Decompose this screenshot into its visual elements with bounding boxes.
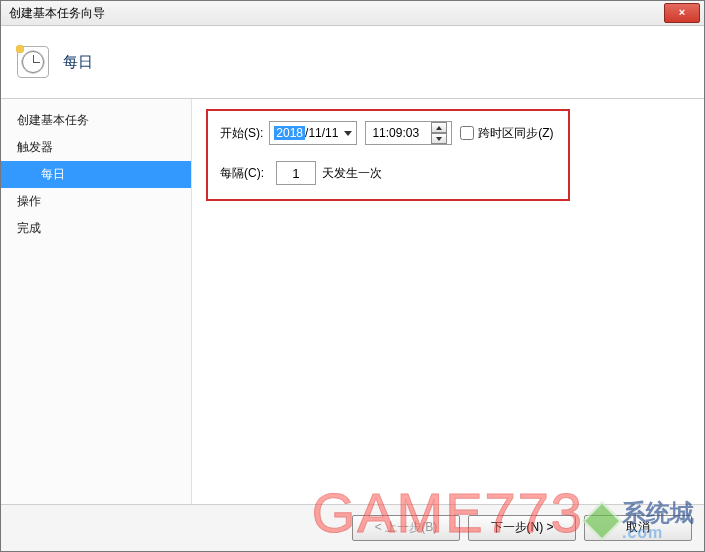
- step-daily[interactable]: 每日: [1, 161, 191, 188]
- header-band: 每日: [1, 26, 704, 99]
- spinner-up-button[interactable]: [431, 122, 447, 133]
- step-action[interactable]: 操作: [1, 188, 191, 215]
- date-rest: /11/11: [305, 126, 338, 140]
- footer: < 上一步(B) 下一步(N) > 取消 GAME773 系统城 .com: [1, 504, 704, 551]
- clock-wizard-icon: [17, 46, 49, 78]
- window-title: 创建基本任务向导: [9, 5, 664, 22]
- spinner-down-button[interactable]: [431, 133, 447, 144]
- tz-sync-checkbox[interactable]: [460, 126, 474, 140]
- recur-days-input[interactable]: [276, 161, 316, 185]
- tz-sync-label: 跨时区同步(Z): [478, 125, 553, 142]
- step-finish[interactable]: 完成: [1, 215, 191, 242]
- date-year-selected: 2018: [274, 126, 305, 140]
- recur-row: 每隔(C): 天发生一次: [220, 161, 556, 185]
- chevron-down-icon: [344, 131, 352, 136]
- body: 创建基本任务 触发器 每日 操作 完成 开始(S): 2018 /11/11 1…: [1, 99, 704, 504]
- start-label: 开始(S):: [220, 125, 263, 142]
- wizard-steps-sidebar: 创建基本任务 触发器 每日 操作 完成: [1, 99, 192, 504]
- page-title: 每日: [63, 53, 93, 72]
- step-create-basic-task[interactable]: 创建基本任务: [1, 107, 191, 134]
- recur-label: 每隔(C):: [220, 165, 264, 182]
- content-pane: 开始(S): 2018 /11/11 11:09:03: [192, 99, 704, 504]
- time-value: 11:09:03: [372, 126, 419, 140]
- recur-suffix: 天发生一次: [322, 165, 382, 182]
- step-trigger[interactable]: 触发器: [1, 134, 191, 161]
- start-date-picker[interactable]: 2018 /11/11: [269, 121, 357, 145]
- titlebar: 创建基本任务向导 ×: [1, 1, 704, 26]
- start-row: 开始(S): 2018 /11/11 11:09:03: [220, 121, 556, 145]
- back-button[interactable]: < 上一步(B): [352, 515, 460, 541]
- wizard-window: 创建基本任务向导 × 每日 创建基本任务 触发器 每日 操作 完成 开始(S):…: [0, 0, 705, 552]
- cancel-button[interactable]: 取消: [584, 515, 692, 541]
- start-time-picker[interactable]: 11:09:03: [365, 121, 452, 145]
- tz-sync-checkbox-wrap[interactable]: 跨时区同步(Z): [460, 125, 553, 142]
- time-spinner: [431, 122, 447, 144]
- highlight-box: 开始(S): 2018 /11/11 11:09:03: [206, 109, 570, 201]
- close-button[interactable]: ×: [664, 3, 700, 23]
- next-button[interactable]: 下一步(N) >: [468, 515, 576, 541]
